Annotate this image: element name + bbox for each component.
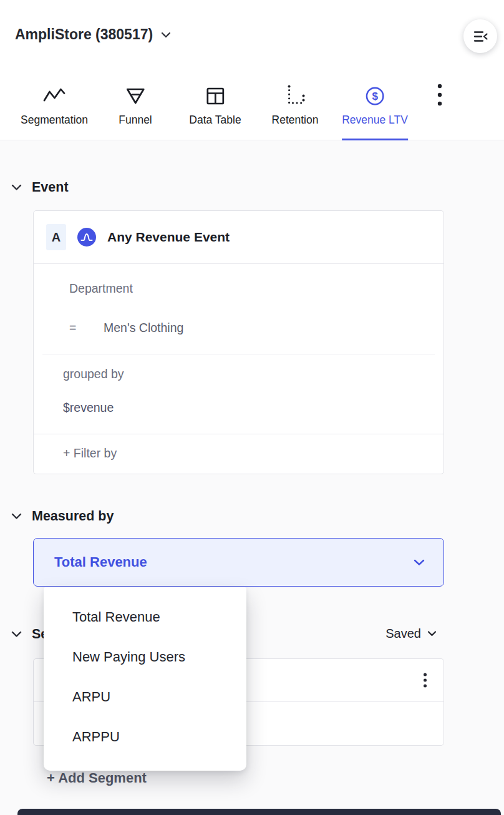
event-section-header: Event (11, 180, 69, 195)
chevron-down-icon[interactable] (11, 513, 22, 520)
where-condition-row[interactable]: = Men's Clothing (69, 321, 431, 335)
retention-chart-icon (283, 82, 308, 110)
add-segment-button[interactable]: + Add Segment (47, 770, 147, 786)
dollar-circle-icon: $ (362, 82, 387, 110)
tab-label: Retention (272, 114, 319, 127)
tab-label: Data Table (189, 114, 241, 127)
where-property[interactable]: Department (69, 281, 431, 296)
chevron-down-icon[interactable] (11, 631, 22, 638)
grouped-by-clause: grouped by $revenue (34, 354, 443, 434)
revenue-ltv-builder-panel: AmpliStore (380517) Segmentation (0, 0, 504, 815)
tab-label: Revenue LTV (342, 114, 408, 127)
tab-data-table[interactable]: Data Table (189, 82, 241, 140)
where-value: Men's Clothing (104, 321, 183, 335)
funnel-icon (123, 82, 148, 110)
dot (424, 685, 427, 688)
measured-by-section-title: Measured by (32, 509, 114, 524)
collapse-panel-button[interactable] (463, 19, 497, 53)
tab-funnel[interactable]: Funnel (119, 82, 152, 140)
more-chart-types-button[interactable] (437, 84, 442, 109)
menu-item-arpu[interactable]: ARPU (44, 677, 246, 717)
chevron-down-icon (414, 559, 425, 566)
line-chart-icon (42, 82, 67, 110)
event-card: A Any Revenue Event Department = Men's C… (33, 210, 444, 474)
event-selector-row[interactable]: A Any Revenue Event (34, 211, 443, 264)
event-name: Any Revenue Event (107, 230, 230, 245)
project-name: AmpliStore (380517) (15, 26, 153, 43)
saved-label: Saved (385, 627, 421, 641)
svg-text:$: $ (372, 90, 378, 102)
tab-label: Segmentation (21, 114, 88, 127)
menu-item-arppu[interactable]: ARPPU (44, 717, 246, 757)
chevron-down-icon (161, 32, 171, 38)
chart-panel-edge (17, 809, 501, 815)
measured-by-dropdown-menu: Total Revenue New Paying Users ARPU ARPP… (44, 587, 246, 771)
grouped-by-value[interactable]: $revenue (63, 401, 431, 415)
saved-segments-dropdown[interactable]: Saved (385, 627, 437, 641)
collapse-menu-icon (472, 28, 489, 45)
event-letter-badge: A (46, 224, 66, 250)
dot (424, 679, 427, 682)
tab-label: Funnel (119, 114, 152, 127)
menu-item-total-revenue[interactable]: Total Revenue (44, 597, 246, 637)
tab-revenue-ltv[interactable]: $ Revenue LTV (342, 82, 408, 140)
chevron-down-icon[interactable] (11, 184, 22, 191)
grouped-by-label: grouped by (63, 367, 431, 381)
table-icon (203, 82, 228, 110)
tab-segmentation[interactable]: Segmentation (21, 82, 88, 140)
chart-type-tabs: Segmentation Funnel Data Table (0, 60, 504, 140)
measured-by-selected-value: Total Revenue (54, 554, 147, 570)
event-section-title: Event (32, 180, 69, 195)
dot (424, 673, 427, 676)
tab-retention[interactable]: Retention (272, 82, 319, 140)
segment-options-button[interactable] (424, 673, 427, 688)
project-picker[interactable]: AmpliStore (380517) (15, 26, 171, 43)
where-operator: = (69, 321, 104, 335)
amplitude-logo-icon (77, 228, 96, 246)
event-where-clause: Department = Men's Clothing (34, 264, 443, 354)
measured-by-section-header: Measured by (11, 509, 114, 524)
measured-by-select[interactable]: Total Revenue (33, 538, 444, 587)
vertical-ellipsis-icon (437, 84, 442, 106)
chevron-down-icon (427, 631, 437, 637)
add-filter-button[interactable]: + Filter by (34, 434, 443, 474)
menu-item-new-paying-users[interactable]: New Paying Users (44, 637, 246, 677)
